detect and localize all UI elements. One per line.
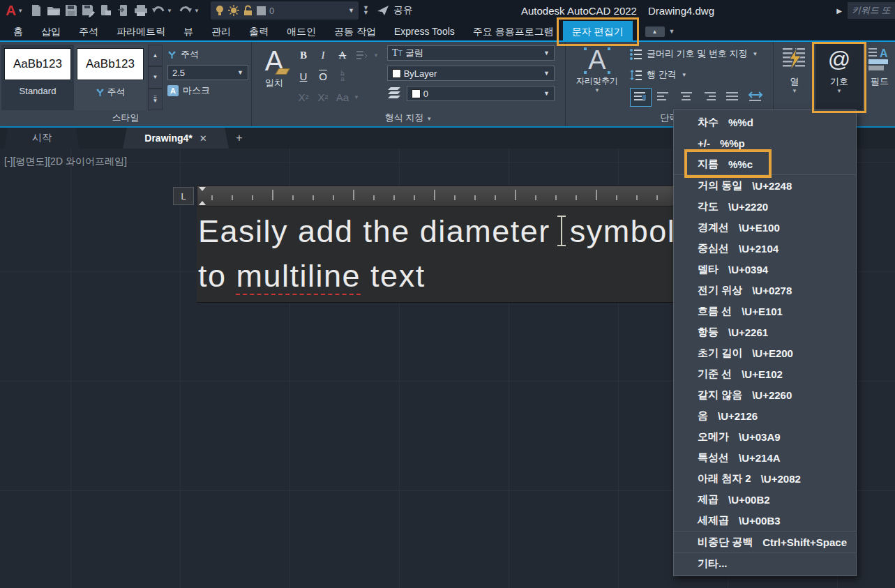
symbol-menu-item[interactable]: 경계선 \U+E100 [674, 217, 856, 238]
open-file-button[interactable] [45, 2, 62, 19]
search-input[interactable]: 키워드 또 [848, 2, 895, 19]
align-left-top-button[interactable] [630, 88, 652, 107]
symbol-menu-item[interactable]: 세제곱 \U+00B3 [674, 510, 856, 532]
ribbon-tab[interactable]: 뷰 [174, 21, 202, 42]
new-tab-button[interactable]: + [229, 128, 250, 149]
symbol-menu-item[interactable]: 중심선 \U+2104 [674, 238, 856, 259]
symbol-menu-item[interactable]: 특성선 \U+214A [674, 447, 856, 468]
symbol-menu-item[interactable]: 같지 않음 \U+2260 [674, 384, 856, 405]
symbol-menu-item[interactable]: +/- %%p [674, 133, 856, 153]
combo-caret-icon[interactable]: ▼ [543, 50, 550, 56]
panel-label-style[interactable]: 스타일 [0, 111, 251, 126]
new-file-button[interactable] [27, 2, 45, 19]
ribbon-tab[interactable]: 홈 [4, 21, 32, 42]
ribbon-tab[interactable]: 애드인 [278, 21, 325, 42]
search-expand-icon[interactable]: ▶ [836, 7, 842, 15]
numbering-caret-icon[interactable]: ▼ [372, 46, 380, 64]
symbol-menu-item[interactable]: 제곱 \U+00B2 [674, 489, 856, 510]
undo-button[interactable] [149, 2, 167, 19]
overline-button[interactable]: O [313, 67, 333, 85]
layer-control[interactable]: 0 ▼ [211, 1, 359, 20]
viewport-controls[interactable]: [-][평면도][2D 와이어프레임] [4, 156, 127, 168]
ribbon-tab[interactable]: 파라메트릭 [107, 21, 174, 42]
gallery-scroll-down-button[interactable]: ▼ [148, 66, 163, 88]
layer-dropdown-caret-icon[interactable]: ▼ [348, 7, 354, 14]
symbol-menu-item[interactable]: 흐름 선 \U+E101 [674, 301, 856, 322]
bold-button[interactable]: B [294, 46, 313, 64]
qat-more-icon[interactable]: ▼▼ [363, 6, 369, 15]
publish-button[interactable] [114, 2, 132, 19]
ribbon-tab[interactable]: Express Tools [385, 21, 464, 42]
ribbon-tab[interactable]: 공동 작업 [325, 21, 385, 42]
symbol-menu-item[interactable]: 오메가 \U+03A9 [674, 426, 856, 447]
font-combo[interactable]: TT 굴림▼ [387, 45, 555, 61]
align-justify-button[interactable] [722, 88, 744, 107]
ribbon-collapse-caret-icon[interactable]: ▼ [669, 28, 675, 35]
bullets-caret-icon[interactable]: ▼ [752, 51, 758, 57]
symbol-menu-item[interactable]: 기타... [674, 553, 856, 574]
match-properties-button[interactable]: A 일치 [256, 45, 292, 112]
app-menu-caret-icon[interactable]: ▼ [17, 8, 23, 14]
layer-unlock-icon[interactable] [243, 5, 253, 16]
symbol-menu-item[interactable]: 아래 첨자 2 \U+2082 [674, 468, 856, 489]
gallery-expand-button[interactable]: ≡▼ [148, 89, 163, 110]
symbol-menu-item[interactable]: 전기 위상 \U+0278 [674, 280, 856, 301]
columns-button[interactable]: 열 ▼ [776, 43, 813, 110]
symbol-menu-item[interactable]: 비중단 공백 Ctrl+Shift+Space [674, 532, 856, 553]
save-button[interactable] [62, 2, 80, 19]
ribbon-collapse-button[interactable]: ▲ [645, 27, 665, 37]
combo-caret-icon[interactable]: ▼ [237, 69, 243, 76]
first-line-indent-marker[interactable] [199, 187, 206, 191]
redo-caret-icon[interactable]: ▼ [194, 8, 200, 14]
symbol-menu-item[interactable]: 초기 길이 \U+E200 [674, 342, 856, 363]
align-distribute-button[interactable] [745, 88, 767, 107]
justify-button[interactable]: A 자리맞추기 ▼ [569, 45, 626, 93]
change-case-caret-icon[interactable]: ▼ [352, 88, 361, 106]
panel-label-format[interactable]: 형식 지정▼ [252, 111, 565, 126]
symbol-menu-item[interactable]: 델타 \U+0394 [674, 259, 856, 280]
line-spacing-caret-icon[interactable]: ▼ [682, 72, 687, 78]
combo-caret-icon[interactable]: ▼ [543, 70, 550, 77]
tab-close-icon[interactable]: ✕ [200, 133, 207, 144]
mask-toggle[interactable]: A 마스크 [167, 82, 248, 99]
strikethrough-button[interactable]: A [333, 46, 352, 64]
combo-caret-icon[interactable]: ▼ [543, 90, 550, 97]
color-combo[interactable]: ByLayer▼ [387, 66, 555, 81]
line-spacing-button[interactable]: 행 간격 ▼ [630, 68, 687, 81]
align-left-button[interactable] [653, 88, 675, 107]
align-right-button[interactable] [699, 88, 721, 107]
plot-layout-button[interactable] [97, 2, 114, 19]
print-button[interactable] [132, 2, 149, 19]
symbol-menu-item[interactable]: 옴 \U+2126 [674, 405, 856, 426]
bullets-button[interactable]: 글머리 기호 및 번호 지정 ▼ [630, 47, 758, 60]
field-button[interactable]: A 필드 [865, 43, 894, 110]
paragraph-indent-marker[interactable] [199, 201, 206, 205]
ribbon-tab[interactable]: 삽입 [32, 21, 70, 42]
symbol-menu-item[interactable]: 거의 동일 \U+2248 [674, 175, 856, 196]
style-tile-annotative[interactable]: AaBb123 주석 [74, 45, 146, 110]
superscript-button[interactable]: X2 [294, 88, 313, 106]
share-button[interactable]: 공유 [377, 4, 413, 17]
tab-start[interactable]: 시작 [4, 128, 80, 149]
ruler-tab-style-button[interactable]: L [173, 187, 194, 205]
annotative-toggle[interactable]: 주석 [167, 46, 248, 63]
layer-combo[interactable]: 0▼ [407, 86, 555, 101]
symbol-menu-item[interactable]: 차수 %%d [674, 112, 856, 133]
change-case-button[interactable]: Aa [333, 88, 352, 106]
undo-caret-icon[interactable]: ▼ [167, 8, 172, 14]
ribbon-tab[interactable]: 주석 [70, 21, 107, 42]
symbol-menu-item[interactable]: 기준 선 \U+E102 [674, 363, 856, 384]
stack-button[interactable]: ba [333, 67, 352, 85]
tab-drawing4[interactable]: Drawing4* ✕ [123, 128, 229, 149]
italic-button[interactable]: I [313, 46, 333, 64]
ribbon-tab[interactable]: 문자 편집기 [563, 21, 633, 42]
symbol-button[interactable]: @ 기호 ▼ [815, 43, 863, 110]
text-height-combo[interactable]: 2.5▼ [167, 65, 248, 80]
underline-button[interactable]: U [294, 67, 313, 85]
layer-on-bulb-icon[interactable] [215, 5, 225, 16]
symbol-menu-item[interactable]: 지름 %%c [674, 153, 856, 175]
gallery-scroll-up-button[interactable]: ▲ [148, 45, 163, 66]
style-tile-standard[interactable]: AaBb123 Standard [1, 45, 74, 110]
autocad-logo-icon[interactable]: A [6, 1, 16, 20]
symbol-menu-item[interactable]: 각도 \U+2220 [674, 196, 856, 217]
